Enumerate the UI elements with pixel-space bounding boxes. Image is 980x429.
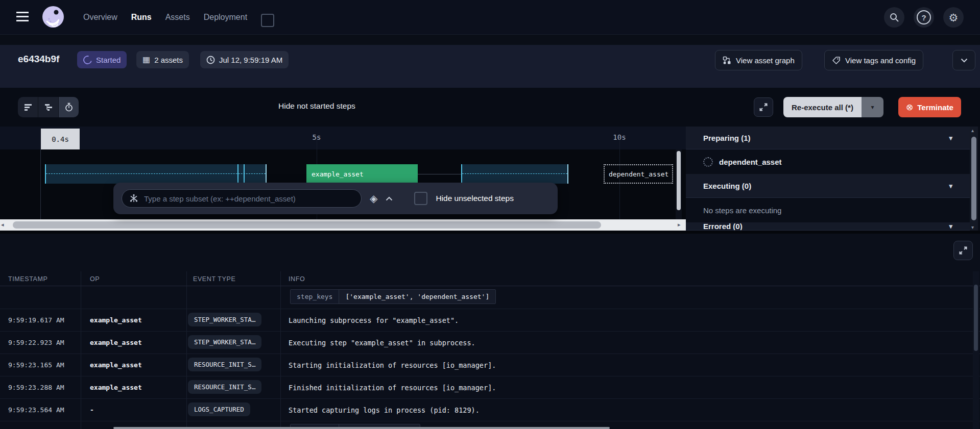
column-divider xyxy=(280,271,281,429)
view-asset-graph-button[interactable]: View asset graph xyxy=(715,50,802,70)
view-tags-config-button[interactable]: View tags and config xyxy=(824,50,923,70)
terminate-button[interactable]: ⊗ Terminate xyxy=(898,97,961,117)
row-divider xyxy=(0,309,980,309)
gantt-bar-dependent-asset[interactable]: dependent_asset xyxy=(604,164,673,184)
gantt-bar-waiting-1[interactable] xyxy=(45,164,267,184)
gantt-fullscreen-button[interactable] xyxy=(754,97,773,117)
help-button[interactable]: ? xyxy=(914,7,934,28)
hamburger-menu-icon[interactable] xyxy=(16,12,29,21)
step-subset-input-wrap xyxy=(122,189,362,208)
nav-item-assets[interactable]: Assets xyxy=(165,13,190,22)
hide-not-started-checkbox[interactable] xyxy=(261,14,274,27)
preparing-spinner-icon xyxy=(703,157,713,167)
event-type-chip: STEP_WORKER_STA… xyxy=(188,335,261,349)
expand-icon xyxy=(959,246,967,255)
top-nav: Overview Runs Assets Deployment ? ⚙ xyxy=(0,0,980,35)
column-header-timestamp: TIMESTAMP xyxy=(8,275,47,283)
gantt-view-mode-group xyxy=(18,97,79,117)
status-badge: Started xyxy=(77,51,127,68)
event-type-chip: RESOURCE_INIT_S… xyxy=(188,358,261,371)
row-divider xyxy=(0,354,980,354)
scrollbar-thumb[interactable] xyxy=(13,221,601,229)
events-fullscreen-button[interactable] xyxy=(953,241,973,260)
chevron-down-icon[interactable]: ▾ xyxy=(971,224,974,230)
gantt-time-ruler: 0.4s 5s 10s xyxy=(0,127,686,150)
nav-item-runs[interactable]: Runs xyxy=(131,13,152,22)
column-header-op: OP xyxy=(90,275,100,283)
panel-section-executing[interactable]: Executing (0) ▾ xyxy=(686,174,970,198)
panel-scrollbar[interactable]: ▴ ▾ xyxy=(970,127,978,231)
column-header-info: INFO xyxy=(289,275,305,283)
op-selector-icon xyxy=(129,194,138,203)
hide-unselected-checkbox[interactable] xyxy=(414,192,427,205)
event-type-chip: LOGS_CAPTURED xyxy=(188,402,250,416)
chevron-up-icon[interactable] xyxy=(386,196,393,201)
gantt-marker-line xyxy=(244,164,245,184)
scrollbar-thumb[interactable] xyxy=(677,151,681,210)
spinner-icon xyxy=(82,54,93,65)
chevron-down-icon xyxy=(961,58,968,63)
panel-empty-executing: No steps are executing xyxy=(686,198,970,222)
dagster-logo[interactable] xyxy=(42,6,64,28)
assets-count-badge[interactable]: ▦ 2 assets xyxy=(136,51,189,68)
event-type-chip: RESOURCE_INIT_S… xyxy=(188,380,261,394)
search-button[interactable] xyxy=(884,7,904,28)
step-keys-chip: step_keys ['example_asset', 'dependent_a… xyxy=(290,289,496,304)
view-mode-flat-button[interactable] xyxy=(18,97,38,117)
dagster-run-page: Overview Runs Assets Deployment ? ⚙ e643… xyxy=(0,0,980,429)
search-icon xyxy=(889,12,899,22)
run-header: e6434b9f Started ▦ 2 assets Jul 12, 9:59… xyxy=(0,45,980,88)
hide-unselected-label[interactable]: Hide unselected steps xyxy=(436,194,514,203)
settings-button[interactable]: ⚙ xyxy=(943,7,964,28)
row-divider xyxy=(0,376,980,376)
gantt-horizontal-scrollbar[interactable]: ◂ ▸ xyxy=(0,219,686,231)
run-header-more-button[interactable] xyxy=(952,50,975,70)
row-divider xyxy=(0,421,980,421)
reexecute-all-button[interactable]: Re-execute all (*) xyxy=(783,97,862,117)
clock-icon xyxy=(206,56,215,64)
step-subset-input[interactable] xyxy=(143,194,354,204)
waterfall-icon xyxy=(44,103,53,112)
events-vertical-scrollbar[interactable] xyxy=(973,271,979,429)
gantt-vertical-scrollbar[interactable] xyxy=(676,149,682,219)
panel-section-preparing[interactable]: Preparing (1) ▾ xyxy=(686,127,970,149)
gridline-origin xyxy=(40,149,41,219)
scrollbar-thumb[interactable] xyxy=(974,285,978,351)
chevron-down-icon: ▾ xyxy=(949,134,952,142)
help-icon: ? xyxy=(917,10,931,24)
start-time-badge: Jul 12, 9:59:19 AM xyxy=(200,51,289,68)
layers-icon[interactable]: ◈ xyxy=(370,193,377,204)
row-divider xyxy=(0,398,980,399)
gear-icon: ⚙ xyxy=(949,12,959,23)
stopwatch-icon xyxy=(64,103,74,112)
nav-item-overview[interactable]: Overview xyxy=(83,13,117,22)
nav-item-deployment[interactable]: Deployment xyxy=(204,13,247,22)
ruler-position-label: 0.4s xyxy=(41,129,80,149)
chevron-down-icon: ▾ xyxy=(949,222,952,230)
arrow-right-icon[interactable]: ▸ xyxy=(678,221,681,228)
panel-item-dependent-asset[interactable]: dependent_asset xyxy=(686,149,970,174)
step-subset-toolbar: ◈ Hide unselected steps xyxy=(113,183,558,214)
gantt-marker-line xyxy=(237,164,238,184)
column-divider xyxy=(81,271,81,429)
panel-section-errored[interactable]: Errored (0) ▾ xyxy=(686,222,970,231)
events-horizontal-scrollbar-thumb[interactable] xyxy=(113,427,610,429)
gantt-bar-example-asset[interactable]: example_asset xyxy=(306,164,418,184)
hide-not-started-label[interactable]: Hide not started steps xyxy=(278,102,355,111)
arrow-left-icon[interactable]: ◂ xyxy=(1,221,4,228)
header-divider xyxy=(0,286,980,286)
view-mode-timed-button[interactable] xyxy=(59,97,79,117)
column-header-event-type: EVENT TYPE xyxy=(193,275,235,283)
chevron-down-icon: ▾ xyxy=(949,182,952,190)
circle-x-icon: ⊗ xyxy=(906,102,913,113)
gantt-connector-line xyxy=(418,174,461,174)
gantt-bar-waiting-2[interactable] xyxy=(461,164,568,184)
grid-icon: ▦ xyxy=(142,56,150,64)
chevron-up-small-icon[interactable]: ▴ xyxy=(971,128,974,133)
chevron-down-icon: ▾ xyxy=(871,104,874,111)
reexecute-options-button[interactable]: ▾ xyxy=(862,97,883,117)
view-mode-waterfall-button[interactable] xyxy=(38,97,59,117)
reexecute-split-button: Re-execute all (*) ▾ xyxy=(783,97,883,117)
event-type-chip: STEP_WORKER_STA… xyxy=(188,313,261,326)
scrollbar-thumb[interactable] xyxy=(971,137,976,220)
